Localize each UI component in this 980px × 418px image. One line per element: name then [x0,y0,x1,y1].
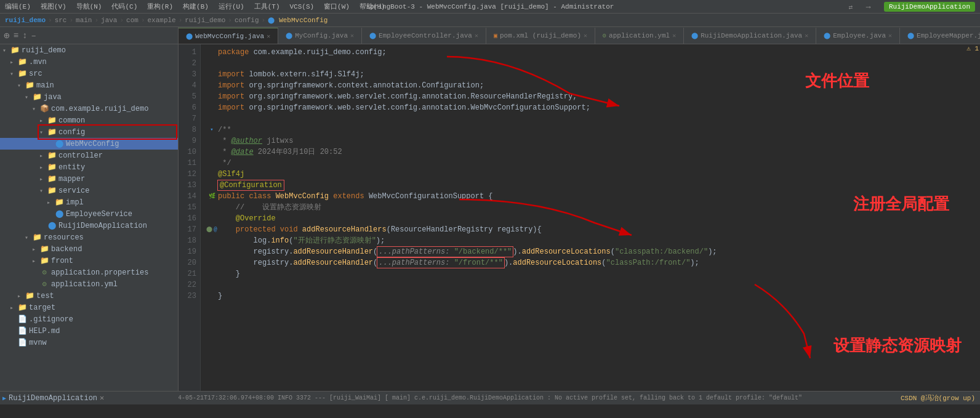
tab-webmvcconfig[interactable]: ⬤ WebMvcConfig.java ✕ [179,28,278,44]
sidebar: ⊕ ≡ ↕ – ▾ 📁 ruiji_demo ▸ 📁 .mvn ▾ 📁 src … [0,27,179,391]
close-tab-icon[interactable]: ✕ [350,32,354,39]
close-tab-icon[interactable]: ✕ [888,32,892,39]
tree-item-main[interactable]: ▾ 📁 main [0,79,178,91]
code-line-10: * @date 2024年03月10日 20:52 [206,147,975,158]
run-config-button[interactable]: RuijiDemoApplication [884,2,975,12]
folder-icon: 📁 [17,303,27,312]
breadcrumb-src[interactable]: src [55,17,67,24]
list-icon[interactable]: ≡ [14,31,18,41]
code-line-23: } [206,291,975,302]
tree-item-ruiji-demo[interactable]: ▾ 📁 ruiji_demo [0,44,178,56]
tree-item-ruijidemo-app[interactable]: ⬤ RuijiDemoApplication [0,220,178,231]
menu-edit[interactable]: 编辑(E) [5,2,31,11]
tree-label: service [58,187,89,195]
tree-item-app-properties[interactable]: ⚙ application.properties [0,267,178,278]
tree-item-employee-service[interactable]: ⬤ EmployeeService [0,208,178,220]
close-tab-icon[interactable]: ✕ [805,32,808,39]
folder-icon: 📁 [47,163,57,172]
tree-item-common[interactable]: ▸ 📁 common [0,115,178,126]
menu-refactor[interactable]: 重构(R) [147,2,173,11]
tab-application-yml[interactable]: ⚙ application.yml ✕ [595,28,684,44]
breadcrumb-com[interactable]: com [126,17,139,24]
tree-item-backend[interactable]: ▸ 📁 backend [0,243,178,255]
code-line-20: registry.addResourceHandler(...pathPatte… [206,257,975,268]
code-line-4: import org.springframework.context.annot… [206,80,975,91]
tab-ruijidemo-app[interactable]: ⬤ RuijiDemoApplication.java ✕ [684,28,816,44]
breadcrumb-main[interactable]: main [76,17,92,24]
close-tab-icon[interactable]: ✕ [267,33,270,40]
arrow-icon: ▸ [39,117,47,124]
close-tab-icon[interactable]: ✕ [475,32,478,39]
tree-item-impl[interactable]: ▸ 📁 impl [0,196,178,208]
tab-bar: ⬤ WebMvcConfig.java ✕ ⬤ MyConfig.java ✕ … [179,27,980,44]
add-icon[interactable]: ⊕ [4,30,10,42]
menu-bar: 编辑(E) 视图(V) 导航(N) 代码(C) 重构(R) 构建(B) 运行(U… [0,0,980,14]
menu-run[interactable]: 运行(U) [219,2,244,11]
tree-item-controller[interactable]: ▸ 📁 controller [0,150,178,161]
code-content[interactable]: package com.example.ruiji_demo.config; i… [201,44,980,391]
menu-vcs[interactable]: VCS(S) [290,3,315,10]
menu-code[interactable]: 代码(C) [111,2,137,11]
tree-item-webmvcconfig[interactable]: ⬤ WebMvcConfig [0,138,178,150]
gutter-17: ⬤@ [206,224,218,235]
tree-item-config[interactable]: ▾ 📁 config [39,126,175,138]
tree-label: test [36,292,54,300]
arrow-icon: ▾ [25,94,32,101]
arrow-icon: ▾ [39,129,47,136]
tree-item-target[interactable]: ▸ 📁 target [0,302,178,313]
menu-view[interactable]: 视图(V) [41,2,66,11]
tree-label: HELP.md [29,327,60,336]
breadcrumb-root[interactable]: ruiji_demo [5,17,46,24]
tab-pom[interactable]: ▣ pom.xml (ruiji_demo) ✕ [486,28,595,44]
code-editor[interactable]: 12345 678910 1112131415 1617181920 21222… [179,44,980,391]
tab-employeecontroller[interactable]: ⬤ EmployeeController.java ✕ [362,28,486,44]
arrow-icon: ▸ [32,257,39,265]
tree-item-gitignore[interactable]: 📄 .gitignore [0,313,178,325]
breadcrumb-config[interactable]: config [235,17,259,24]
folder-icon: 📁 [17,69,27,78]
java-icon: ⬤ [47,221,57,230]
close-tab-icon[interactable]: ✕ [584,32,587,39]
code-line-22 [206,279,975,291]
tab-employeemapper[interactable]: ⬤ EmployeeMapper.java ✕ [900,28,980,44]
tree-item-help-md[interactable]: 📄 HELP.md [0,325,178,337]
tree-item-front[interactable]: ▸ 📁 front [0,255,178,267]
arrow-icon: ⟶ [866,3,870,11]
tree-item-mapper[interactable]: ▸ 📁 mapper [0,173,178,185]
breadcrumb-java[interactable]: java [101,17,117,24]
tab-label: MyConfig.java [295,32,348,39]
breadcrumb-ruiji[interactable]: ruiji_demo [185,17,225,24]
menu-navigate[interactable]: 导航(N) [76,2,102,11]
tree-item-entity[interactable]: ▸ 📁 entity [0,161,178,173]
java-icon: ⬤ [54,139,64,148]
menu-build[interactable]: 构建(B) [183,2,209,11]
tree-label: resources [44,233,84,242]
tree-label: impl [66,198,84,207]
tree-label: java [44,93,62,102]
tree-item-src[interactable]: ▾ 📁 src [0,68,178,79]
tree-item-test[interactable]: ▸ 📁 test [0,290,178,302]
tree-label: controller [58,151,103,160]
tree-item-app-yml[interactable]: ⚙ application.yml [0,278,178,290]
tree-item-java[interactable]: ▾ 📁 java [0,91,178,103]
code-line-2 [206,58,975,69]
tree-item-service[interactable]: ▾ 📁 service [0,185,178,196]
menu-tools[interactable]: 工具(T) [254,2,280,11]
breadcrumb-current[interactable]: WebMvcConfig [279,17,327,24]
code-line-7 [206,113,975,124]
code-line-19: registry.addResourceHandler(...pathPatte… [206,246,975,257]
tab-myconfig[interactable]: ⬤ MyConfig.java ✕ [278,28,362,44]
window-title: springBoot-3 - WebMvcConfig.java [ruiji_… [366,3,614,10]
tree-item-resources[interactable]: ▾ 📁 resources [0,231,178,243]
collapse-icon[interactable]: – [31,31,36,41]
menu-window[interactable]: 窗口(W) [324,2,350,11]
tree-label: common [58,116,85,125]
sort-icon[interactable]: ↕ [22,31,27,41]
tree-item-com-example[interactable]: ▾ 📦 com.example.ruiji_demo [0,103,178,115]
tab-label: EmployeeMapper.java [917,32,980,39]
tree-item-mvnw[interactable]: 📄 mvnw [0,337,178,348]
tab-employee[interactable]: ⬤ Employee.java ✕ [816,28,900,44]
close-tab-icon[interactable]: ✕ [672,32,676,39]
breadcrumb-example[interactable]: example [148,17,176,24]
tree-item-mvn[interactable]: ▸ 📁 .mvn [0,56,178,68]
